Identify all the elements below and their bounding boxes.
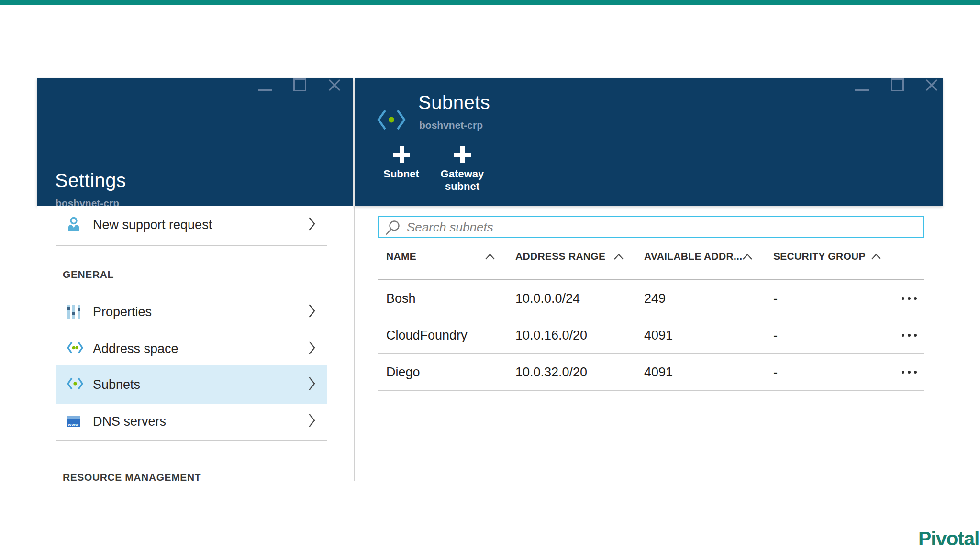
subnet-address-range: 10.0.32.0/20 bbox=[515, 354, 587, 390]
sidebar-item-label: New support request bbox=[93, 218, 212, 232]
subnet-available-addresses: 4091 bbox=[644, 354, 673, 390]
column-header-name[interactable]: NAME bbox=[386, 251, 416, 266]
subnets-brackets-icon bbox=[67, 377, 83, 392]
plus-icon bbox=[393, 146, 410, 163]
sidebar-item-label: Properties bbox=[93, 305, 152, 320]
blade-divider bbox=[354, 206, 355, 481]
table-row-divider bbox=[378, 390, 924, 391]
sidebar-group-general: GENERAL bbox=[63, 269, 114, 280]
add-subnet-label: Subnet bbox=[381, 168, 422, 180]
table-row[interactable]: CloudFoundry 10.0.16.0/20 4091 - bbox=[378, 317, 924, 353]
sidebar-item-label: Subnets bbox=[93, 377, 140, 392]
subnet-security-group: - bbox=[773, 280, 778, 317]
search-subnets-box bbox=[378, 216, 924, 238]
subnet-available-addresses: 4091 bbox=[644, 317, 673, 353]
table-header-divider bbox=[378, 279, 924, 280]
subnet-name: Bosh bbox=[386, 280, 416, 317]
maximize-icon[interactable] bbox=[891, 78, 904, 91]
row-actions-ellipsis-icon[interactable] bbox=[894, 354, 924, 390]
sidebar-separator bbox=[56, 440, 327, 441]
add-subnet-button[interactable]: Subnet bbox=[381, 146, 422, 180]
properties-sliders-icon bbox=[67, 305, 80, 319]
settings-blade-header: Settings boshvnet-crp bbox=[37, 78, 353, 206]
dns-www-icon: www bbox=[67, 416, 80, 427]
chevron-right-icon bbox=[309, 377, 315, 393]
subnet-security-group: - bbox=[773, 354, 778, 390]
subnet-security-group: - bbox=[773, 317, 778, 353]
pivotal-logo: Pivotal. bbox=[918, 528, 980, 550]
sidebar-item-new-support-request[interactable]: New support request bbox=[56, 210, 327, 239]
sidebar-group-resource-management: RESOURCE MANAGEMENT bbox=[63, 472, 201, 481]
caret-up-icon bbox=[614, 253, 624, 262]
chevron-right-icon bbox=[309, 304, 315, 320]
top-accent-bar bbox=[0, 0, 980, 5]
address-space-brackets-icon bbox=[67, 342, 83, 356]
caret-up-icon bbox=[485, 253, 495, 262]
search-subnets-input[interactable] bbox=[406, 217, 915, 238]
column-header-available-addresses[interactable]: AVAILABLE ADDR... bbox=[644, 251, 742, 266]
chevron-right-icon bbox=[309, 414, 315, 430]
maximize-icon[interactable] bbox=[293, 78, 306, 91]
row-actions-ellipsis-icon[interactable] bbox=[894, 317, 924, 353]
subnets-blade-title: Subnets bbox=[418, 92, 490, 113]
settings-blade-title: Settings bbox=[55, 170, 126, 191]
support-person-icon bbox=[67, 217, 80, 233]
table-row[interactable]: Bosh 10.0.0.0/24 249 - bbox=[378, 280, 924, 317]
minimize-icon[interactable] bbox=[855, 89, 869, 91]
sidebar-item-label: DNS servers bbox=[93, 414, 166, 429]
subnet-available-addresses: 249 bbox=[644, 280, 666, 317]
subnets-blade-subtitle: boshvnet-crp bbox=[419, 120, 483, 131]
subnet-address-range: 10.0.16.0/20 bbox=[515, 317, 587, 353]
minimize-icon[interactable] bbox=[258, 89, 272, 91]
row-actions-ellipsis-icon[interactable] bbox=[894, 280, 924, 317]
sidebar-separator bbox=[56, 245, 327, 246]
sidebar-item-properties[interactable]: Properties bbox=[56, 298, 327, 326]
add-gateway-subnet-label: Gateway subnet bbox=[438, 168, 486, 193]
sidebar-separator bbox=[56, 328, 327, 328]
table-row[interactable]: Diego 10.0.32.0/20 4091 - bbox=[378, 354, 924, 390]
add-gateway-subnet-button[interactable]: Gateway subnet bbox=[438, 146, 486, 193]
caret-up-icon bbox=[743, 253, 752, 262]
magnifier-icon bbox=[384, 220, 401, 237]
caret-up-icon bbox=[871, 253, 881, 262]
chevron-right-icon bbox=[309, 217, 315, 233]
sidebar-item-dns-servers[interactable]: www DNS servers bbox=[56, 407, 327, 436]
chevron-right-icon bbox=[309, 341, 315, 357]
subnet-address-range: 10.0.0.0/24 bbox=[515, 280, 580, 317]
sidebar-item-address-space[interactable]: Address space bbox=[56, 334, 327, 363]
sidebar-separator bbox=[56, 293, 327, 293]
subnet-name: Diego bbox=[386, 354, 420, 390]
sidebar-item-label: Address space bbox=[93, 342, 178, 356]
plus-icon bbox=[454, 146, 471, 163]
azure-portal-page: Settings boshvnet-crp Subnets boshvnet-c… bbox=[0, 0, 980, 551]
close-icon[interactable] bbox=[925, 79, 938, 91]
subnet-name: CloudFoundry bbox=[386, 317, 468, 353]
column-header-security-group[interactable]: SECURITY GROUP bbox=[773, 251, 866, 266]
subnets-blade-icon bbox=[377, 109, 406, 133]
close-icon[interactable] bbox=[328, 79, 341, 91]
column-header-address-range[interactable]: ADDRESS RANGE bbox=[515, 251, 605, 266]
sidebar-item-subnets[interactable]: Subnets bbox=[56, 365, 327, 404]
settings-menu: New support request GENERAL Properties bbox=[37, 206, 353, 481]
